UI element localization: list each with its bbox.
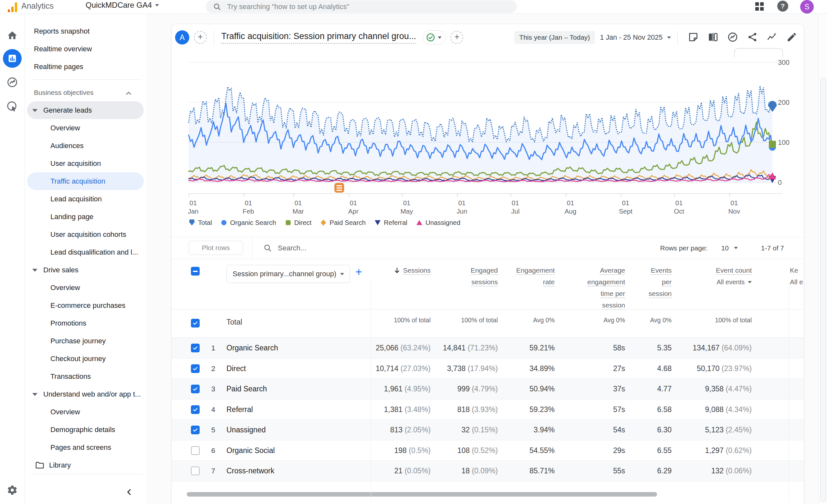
vertical-scrollbar-track[interactable]: [818, 14, 827, 504]
sidebar-item-transactions[interactable]: Transactions: [27, 368, 144, 385]
explore-icon[interactable]: [5, 75, 19, 90]
plot-rows-button[interactable]: Plot rows: [189, 241, 243, 255]
table-row-unassigned[interactable]: 5Unassigned813 (2.05%)32 (0.15%)3.94%54s…: [172, 420, 804, 440]
share-icon[interactable]: [747, 32, 759, 43]
sidebar-item-e-commerce-purchases[interactable]: E-commerce purchases: [27, 296, 144, 314]
date-chevron-down-icon[interactable]: [667, 37, 671, 39]
vertical-scrollbar-thumb[interactable]: [820, 77, 826, 502]
collapse-sidebar-icon[interactable]: [125, 487, 134, 497]
row-checkbox[interactable]: [191, 385, 200, 393]
apps-grid-icon[interactable]: [754, 1, 765, 12]
cell-events: 6.55: [657, 440, 672, 461]
sidebar-item-traffic-acquisition[interactable]: Traffic acquisition: [27, 172, 144, 190]
sidebar-item-library[interactable]: Library: [27, 456, 144, 474]
total-cell-events: 5.28Avg 0%: [650, 314, 672, 324]
saved-state-pill[interactable]: [423, 30, 446, 45]
rows-per-page-chevron-icon[interactable]: [734, 247, 738, 249]
select-all-checkbox[interactable]: [191, 267, 200, 276]
table-row-cross-network[interactable]: 7Cross-network21 (0.05%)18 (0.09%)85.71%…: [172, 461, 804, 482]
reports-icon[interactable]: [3, 49, 21, 68]
sidebar-item-purchase-journey[interactable]: Purchase journey: [27, 332, 144, 350]
user-avatar[interactable]: S: [800, 0, 814, 13]
legend-item-paid-search[interactable]: Paid Search: [320, 219, 366, 226]
sidebar-item-user-acquisition[interactable]: User acquisition: [27, 155, 144, 172]
sidebar-item-checkout-journey[interactable]: Checkout journey: [27, 350, 144, 368]
sidebar-item-generate-leads[interactable]: Generate leads: [27, 101, 144, 119]
table-row-direct[interactable]: 2Direct10,714 (27.03%)3,738 (17.94%)34.8…: [172, 358, 804, 379]
date-preset-chip[interactable]: This year (Jan – Today): [514, 31, 595, 44]
table-row-organic-social[interactable]: 6Organic Social198 (0.5%)108 (0.52%)54.5…: [172, 440, 804, 461]
sidebar-item-realtime-pages[interactable]: Realtime pages: [27, 58, 144, 75]
channel-name: Direct: [227, 358, 246, 379]
add-dimension-icon[interactable]: +: [355, 266, 362, 278]
sidebar-item-realtime-overview[interactable]: Realtime overview: [27, 40, 144, 58]
sidebar-item-audiences[interactable]: Audiences: [27, 137, 144, 155]
legend-item-direct[interactable]: Direct: [285, 219, 312, 226]
svg-text:Jan: Jan: [188, 208, 198, 215]
home-icon[interactable]: [5, 29, 19, 43]
dimension-select[interactable]: Session primary...channel group): [227, 265, 350, 283]
row-checkbox[interactable]: [191, 426, 200, 434]
sidebar-item-lead-disqualification-and-l-[interactable]: Lead disqualification and l...: [27, 243, 144, 261]
report-header: A + Traffic acquisition: Session primary…: [175, 28, 798, 47]
note-icon[interactable]: [688, 32, 699, 43]
column-header-sessions[interactable]: Sessions: [393, 265, 431, 276]
column-header-avg_time[interactable]: Averageengagementtime persession: [587, 265, 625, 311]
add-report-icon[interactable]: +: [450, 31, 463, 44]
sidebar-item-promotions[interactable]: Promotions: [27, 314, 144, 332]
rows-per-page-select[interactable]: 10: [721, 244, 728, 252]
total-row-checkbox[interactable]: [191, 319, 200, 328]
legend-item-unassigned[interactable]: Unassigned: [416, 219, 460, 226]
sidebar-section-business-objectives[interactable]: Business objectives: [27, 83, 144, 101]
column-header-events[interactable]: Eventspersession: [649, 265, 672, 299]
sidebar-item-overview[interactable]: Overview: [27, 403, 144, 421]
row-checkbox[interactable]: [191, 466, 200, 475]
legend-item-total[interactable]: Total: [189, 219, 212, 226]
sidebar-item-drive-sales[interactable]: Drive sales: [27, 261, 144, 279]
column-header-rate[interactable]: Engagementrate: [516, 265, 555, 288]
column-header-event_count[interactable]: Event countAll events: [716, 265, 752, 288]
horizontal-scrollbar[interactable]: [187, 492, 657, 497]
row-checkbox[interactable]: [191, 364, 200, 373]
table-search-input[interactable]: [277, 241, 453, 255]
global-search[interactable]: [206, 0, 517, 13]
sidebar-item-lead-acquisition[interactable]: Lead acquisition: [27, 190, 144, 208]
legend-item-referral[interactable]: Referral: [375, 219, 407, 226]
sidebar-item-reports-snapshot[interactable]: Reports snapshot: [27, 22, 144, 40]
report-title[interactable]: Traffic acquisition: Session primary cha…: [221, 31, 416, 44]
legend-item-organic-search[interactable]: Organic Search: [221, 219, 276, 226]
table-row-referral[interactable]: 4Referral1,381 (3.48%)818 (3.93%)59.23%5…: [172, 399, 804, 420]
row-checkbox[interactable]: [191, 344, 200, 352]
column-header-key_events[interactable]: KeAll e: [790, 265, 803, 288]
add-collaborator-icon[interactable]: +: [194, 31, 207, 44]
sidebar-item-landing-page[interactable]: Landing page: [27, 208, 144, 226]
help-icon[interactable]: ?: [777, 1, 788, 12]
legend-label: Unassigned: [426, 219, 460, 226]
row-rank: 7: [207, 461, 220, 481]
table-row-paid-search[interactable]: 3Paid Search1,961 (4.95%)999 (4.79%)50.9…: [172, 379, 804, 399]
sidebar-item-understand-web-and-or-app-t-[interactable]: Understand web and/or app t...: [27, 385, 144, 403]
sidebar-item-user-acquisition-cohorts[interactable]: User acquisition cohorts: [27, 226, 144, 243]
comparison-icon[interactable]: [708, 32, 719, 43]
expand-triangle-icon: [32, 269, 38, 272]
cell-rate: 85.71%: [530, 461, 555, 481]
column-header-engaged[interactable]: Engagedsessions: [471, 265, 498, 288]
property-switcher[interactable]: QuickMDCare GA4: [86, 1, 159, 10]
row-checkbox[interactable]: [191, 405, 200, 414]
advertising-icon[interactable]: [5, 99, 19, 114]
cell-sessions: 198 (0.5%): [394, 440, 431, 461]
settings-gear-icon[interactable]: [7, 485, 18, 496]
sidebar-item-pages-and-screens[interactable]: Pages and screens: [27, 439, 144, 456]
sidebar-item-overview[interactable]: Overview: [27, 279, 144, 296]
sidebar-item-demographic-details[interactable]: Demographic details: [27, 421, 144, 439]
date-range[interactable]: 1 Jan - 25 Nov 2025: [600, 34, 663, 42]
edit-icon[interactable]: [786, 32, 798, 43]
table-row-organic-search[interactable]: 1Organic Search25,066 (63.24%)14,841 (71…: [172, 338, 804, 358]
explore-circle-icon[interactable]: [727, 32, 739, 43]
sidebar-item-label: Lead acquisition: [50, 195, 102, 203]
search-input[interactable]: [227, 2, 493, 11]
row-checkbox[interactable]: [191, 446, 200, 455]
insights-icon[interactable]: [767, 32, 778, 43]
legend-label: Paid Search: [330, 219, 366, 226]
sidebar-item-overview[interactable]: Overview: [27, 119, 144, 137]
